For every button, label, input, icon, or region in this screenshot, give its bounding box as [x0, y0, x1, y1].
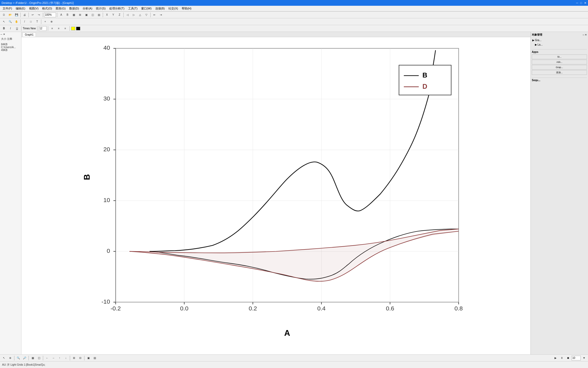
color-btn[interactable] [71, 27, 75, 30]
tb-btn14[interactable]: ▽ [144, 12, 149, 18]
tb-btn6[interactable]: ◫ [90, 12, 95, 18]
text-tool[interactable]: T [34, 19, 40, 24]
bsep2 [28, 356, 29, 360]
svg-text:30: 30 [104, 95, 110, 102]
screen-reader[interactable]: ⊕ [49, 19, 54, 24]
bt-btn3[interactable]: 🔍 [15, 355, 21, 361]
bt-btn1[interactable]: ↖ [1, 355, 7, 361]
bt-btn2[interactable]: ⊕ [7, 355, 13, 361]
redo-btn[interactable]: ↪ [36, 12, 42, 18]
svg-text:-10: -10 [101, 298, 110, 305]
bt-right3[interactable]: ⏹ [565, 355, 571, 361]
bt-btn4[interactable]: 🔎 [22, 355, 27, 361]
om-minimize[interactable]: ─ [583, 34, 584, 36]
line-color-btn[interactable] [76, 27, 80, 30]
bt-btn14[interactable]: ▤ [92, 355, 98, 361]
font-size[interactable] [39, 26, 47, 31]
om-graph-node[interactable]: ▶Gra... [532, 38, 587, 42]
menu-format[interactable]: 格式(O) [41, 6, 54, 11]
menu-process[interactable]: 处理分析(T) [108, 6, 126, 11]
close-panel-btn[interactable]: ✕ [3, 33, 5, 36]
svg-text:A: A [284, 328, 290, 338]
menu-view[interactable]: 视图(V) [27, 6, 40, 11]
undo-btn[interactable]: ↩ [30, 12, 36, 18]
bt-btn12[interactable]: ⊟ [77, 355, 83, 361]
tb-btn15[interactable]: ⇤ [152, 12, 157, 18]
plot-area[interactable]: 40 30 20 10 0 -10 -0.2 0.0 0.2 0.4 [21, 37, 530, 354]
tb-btn7[interactable]: ▤ [96, 12, 102, 18]
tb-btn1[interactable]: A [58, 12, 64, 18]
line-tool[interactable]: / [22, 19, 27, 24]
align-center[interactable]: ≡ [56, 26, 62, 31]
tb-btn3[interactable]: ▦ [71, 12, 77, 18]
pan-tool[interactable]: ✋ [14, 19, 19, 24]
minimize-btn[interactable]: ─ [576, 1, 578, 5]
bt-btn13[interactable]: ▣ [85, 355, 91, 361]
tb-btn8[interactable]: X [104, 12, 110, 18]
menu-window[interactable]: 窗口(W) [140, 6, 153, 11]
open-btn[interactable]: 📂 [7, 12, 13, 18]
menu-data[interactable]: 数据(D) [68, 6, 81, 11]
bt-right2[interactable]: ⏸ [559, 355, 565, 361]
new-btn[interactable]: 🗋 [1, 12, 7, 18]
svg-text:0.2: 0.2 [249, 305, 257, 312]
apps-btn2[interactable]: Adv... [532, 60, 587, 64]
graph-tab[interactable]: Graph1 [22, 32, 36, 37]
rect-tool[interactable]: □ [28, 19, 34, 24]
tb-btn16[interactable]: ⇥ [158, 12, 164, 18]
zoom-in-tool[interactable]: 🔍 [7, 19, 13, 24]
bt-btn5[interactable]: ▦ [30, 355, 36, 361]
menu-file[interactable]: 文件(F) [1, 6, 14, 11]
tb-btn5[interactable]: ▣ [83, 12, 89, 18]
bt-right4[interactable]: ▼ [581, 355, 587, 361]
gsep1 [20, 19, 21, 24]
om-close[interactable]: ✕ [585, 34, 587, 36]
tb-btn12[interactable]: ▷ [131, 12, 137, 18]
tb-btn4[interactable]: ⊞ [77, 12, 83, 18]
data-reader[interactable]: + [42, 19, 48, 24]
svg-rect-38 [399, 65, 451, 95]
apps-add[interactable]: 添加... [532, 70, 587, 75]
menu-tools[interactable]: 工具(T) [127, 6, 139, 11]
tb-btn11[interactable]: ◁ [125, 12, 130, 18]
save-btn[interactable]: 💾 [14, 12, 19, 18]
pointer-tool[interactable]: ↖ [1, 19, 7, 24]
apps-btn3[interactable]: Grap... [532, 65, 587, 70]
menu-connect[interactable]: 连接(B) [154, 6, 167, 11]
print-btn[interactable]: 🖨 [22, 12, 27, 18]
bt-btn11[interactable]: ⊞ [71, 355, 77, 361]
align-left[interactable]: ≡ [49, 26, 55, 31]
bt-btn9[interactable]: ↑ [57, 355, 62, 361]
bt-right1[interactable]: ▶ [553, 355, 558, 361]
status-bar: AU: 开 Light Grids 1:[Book1]Sma/Qu; [0, 361, 588, 368]
underline-btn[interactable]: U [14, 26, 20, 31]
menu-graph[interactable]: 图形(G) [54, 6, 67, 11]
italic-btn[interactable]: I [8, 26, 13, 31]
speed-input[interactable] [572, 356, 581, 360]
tb-btn2[interactable]: B [65, 12, 70, 18]
zoom-input[interactable] [44, 13, 56, 17]
close-btn[interactable]: ✕ [584, 1, 586, 5]
tb-btn10[interactable]: Z [117, 12, 122, 18]
align-right[interactable]: ≡ [62, 26, 68, 31]
tb-btn13[interactable]: △ [137, 12, 143, 18]
bt-btn6[interactable]: ◫ [36, 355, 42, 361]
title-text: Desktop > /Folder1/ - OriginPro 2021 (学习… [2, 1, 74, 5]
apps-btn1[interactable]: St... [532, 54, 587, 59]
graph-area[interactable]: Graph1 40 30 20 10 [21, 32, 530, 354]
bt-btn10[interactable]: ↓ [63, 355, 69, 361]
minimize-panel-btn[interactable]: ─ [1, 33, 2, 36]
menu-social[interactable]: 社交(X) [167, 6, 180, 11]
bt-btn7[interactable]: ← [44, 355, 50, 361]
bt-btn8[interactable]: → [50, 355, 56, 361]
fsep4 [70, 26, 70, 31]
tb-btn9[interactable]: Y [110, 12, 116, 18]
menu-stats[interactable]: 统计(S) [94, 6, 107, 11]
menu-analysis[interactable]: 分析(A) [81, 6, 94, 11]
maximize-btn[interactable]: □ [580, 1, 582, 5]
om-layer-node[interactable]: ▶La... [534, 43, 587, 47]
bold-btn[interactable]: B [1, 26, 7, 31]
menu-help[interactable]: 帮助(H) [180, 6, 193, 11]
menu-edit[interactable]: 编辑(E) [14, 6, 27, 11]
svg-text:40: 40 [104, 44, 110, 51]
